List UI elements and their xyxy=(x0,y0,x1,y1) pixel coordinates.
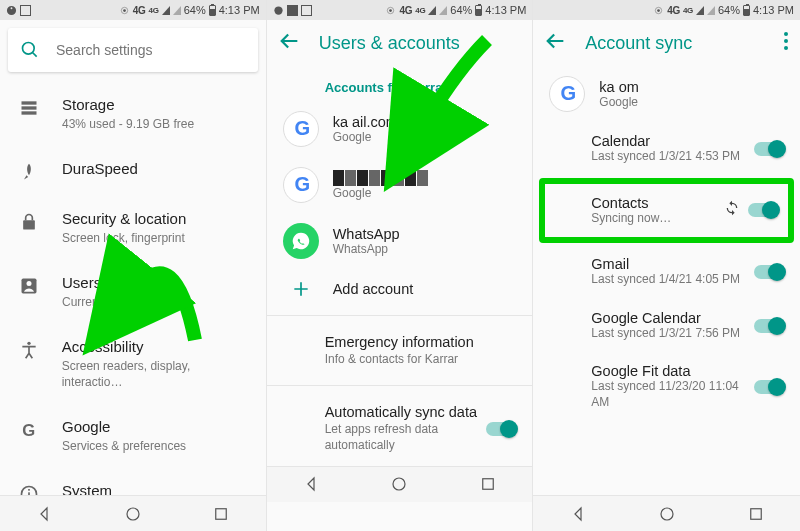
account-email: ka om xyxy=(599,79,639,95)
item-title: Automatically sync data xyxy=(325,404,479,420)
settings-item-accessibility[interactable]: AccessibilityScreen readers, display, in… xyxy=(0,324,266,404)
sync-toggle[interactable] xyxy=(754,265,784,279)
settings-item-users[interactable]: Users & accountsCurrent user: Karrar xyxy=(0,260,266,324)
item-sub: 43% used - 9.19 GB free xyxy=(62,116,194,132)
nav-bar xyxy=(533,495,800,531)
settings-item-system[interactable]: SystemLanguages, time, backup, updates xyxy=(0,468,266,495)
item-sub: Info & contacts for Karrar xyxy=(325,351,517,367)
sync-toggle[interactable] xyxy=(754,142,784,156)
battery-pct: 64% xyxy=(718,4,740,16)
sync-item-google-calendar[interactable]: Google CalendarLast synced 1/3/21 7:56 P… xyxy=(533,299,800,353)
item-title: Storage xyxy=(62,96,194,115)
item-sub: Current user: Karrar xyxy=(62,294,180,310)
sync-item-gmail[interactable]: GmailLast synced 1/4/21 4:05 PM xyxy=(533,245,800,299)
svg-rect-16 xyxy=(216,508,227,519)
svg-point-22 xyxy=(393,478,405,490)
settings-item-duraspeed[interactable]: DuraSpeed xyxy=(0,146,266,196)
settings-item-storage[interactable]: Storage43% used - 9.19 GB free xyxy=(0,82,266,146)
signal-icon xyxy=(428,6,436,15)
network-sup: 4G xyxy=(415,6,425,15)
hotspot-icon xyxy=(119,5,130,16)
status-bar: 4G 4G 64% 4:13 PM xyxy=(533,0,800,20)
battery-icon xyxy=(209,5,216,16)
auto-sync-row[interactable]: Automatically sync data Let apps refresh… xyxy=(267,392,533,465)
signal-icon-2 xyxy=(173,6,181,15)
accessibility-icon xyxy=(19,340,39,360)
nav-back-icon[interactable] xyxy=(569,505,587,523)
item-sub: Services & preferences xyxy=(62,438,186,454)
search-input[interactable] xyxy=(56,42,246,58)
back-button[interactable] xyxy=(545,30,567,56)
nav-back-icon[interactable] xyxy=(302,475,320,493)
account-sync-pane: 4G 4G 64% 4:13 PM Account sync G ka omGo… xyxy=(533,0,800,531)
account-provider: Google xyxy=(599,95,639,109)
emergency-info-row[interactable]: Emergency information Info & contacts fo… xyxy=(267,322,533,379)
signal-icon-2 xyxy=(707,6,715,15)
storage-icon xyxy=(19,98,39,118)
svg-text:G: G xyxy=(294,174,310,195)
svg-point-26 xyxy=(784,32,788,36)
account-row-google-2[interactable]: G Google xyxy=(267,157,533,213)
auto-sync-toggle[interactable] xyxy=(486,422,516,436)
sync-toggle[interactable] xyxy=(748,203,778,217)
settings-item-security[interactable]: Security & locationScreen lock, fingerpr… xyxy=(0,196,266,260)
battery-icon xyxy=(743,5,750,16)
svg-point-2 xyxy=(23,43,35,55)
status-bar: 4G 4G 64% 4:13 PM xyxy=(0,0,266,20)
nav-recent-icon[interactable] xyxy=(212,505,230,523)
nav-home-icon[interactable] xyxy=(124,505,142,523)
google-g-icon: G xyxy=(19,420,39,440)
nav-recent-icon[interactable] xyxy=(479,475,497,493)
info-icon xyxy=(19,484,39,495)
item-title: Accessibility xyxy=(62,338,252,357)
account-provider: WhatsApp xyxy=(333,242,400,256)
svg-rect-31 xyxy=(750,508,761,519)
notif-icon xyxy=(287,5,298,16)
svg-text:G: G xyxy=(22,421,35,440)
page-title: Account sync xyxy=(585,33,766,54)
network-sup: 4G xyxy=(683,6,693,15)
notif-icon-2 xyxy=(301,5,312,16)
nav-back-icon[interactable] xyxy=(35,505,53,523)
nav-home-icon[interactable] xyxy=(658,505,676,523)
clock: 4:13 PM xyxy=(753,4,794,16)
rocket-icon xyxy=(19,162,39,182)
app-bar: Users & accounts xyxy=(267,20,533,66)
sync-account-header: G ka omGoogle xyxy=(533,66,800,122)
back-button[interactable] xyxy=(279,30,301,56)
users-accounts-pane: 4G 4G 64% 4:13 PM Users & accounts Accou… xyxy=(267,0,534,531)
item-sub: Screen readers, display, interactio… xyxy=(62,358,252,390)
sync-item-calendar[interactable]: CalendarLast synced 1/3/21 4:53 PM xyxy=(533,122,800,176)
app-icon xyxy=(6,5,17,16)
settings-item-google[interactable]: G GoogleServices & preferences xyxy=(0,404,266,468)
svg-point-27 xyxy=(784,39,788,43)
sync-toggle[interactable] xyxy=(754,380,784,394)
nav-recent-icon[interactable] xyxy=(747,505,765,523)
google-avatar-icon: G xyxy=(283,111,319,147)
account-row-whatsapp[interactable]: WhatsAppWhatsApp xyxy=(267,213,533,269)
nav-bar xyxy=(267,466,533,502)
svg-rect-6 xyxy=(22,111,37,114)
sync-sub: Last synced 11/23/20 11:04 AM xyxy=(591,379,746,410)
svg-point-24 xyxy=(657,9,660,12)
sync-item-google-fit[interactable]: Google Fit dataLast synced 11/23/20 11:0… xyxy=(533,352,800,421)
account-row-google-1[interactable]: G ka ail.comGoogle xyxy=(267,101,533,157)
section-label: Accounts for Karrar xyxy=(267,66,533,101)
svg-text:G: G xyxy=(561,83,577,104)
nav-bar xyxy=(0,495,266,531)
app-icon xyxy=(273,5,284,16)
whatsapp-icon xyxy=(283,223,319,259)
divider xyxy=(267,385,533,386)
nav-home-icon[interactable] xyxy=(390,475,408,493)
overflow-menu-button[interactable] xyxy=(784,32,788,54)
item-sub: Let apps refresh data automatically xyxy=(325,421,479,453)
item-sub: Screen lock, fingerprint xyxy=(62,230,186,246)
add-account-row[interactable]: Add account xyxy=(267,269,533,309)
sync-sub: Last synced 1/3/21 7:56 PM xyxy=(591,326,746,342)
network-label: 4G xyxy=(399,5,412,16)
svg-point-17 xyxy=(274,6,282,14)
search-settings[interactable] xyxy=(8,28,258,72)
sync-item-contacts[interactable]: ContactsSyncing now… xyxy=(545,184,788,238)
sync-title: Contacts xyxy=(591,195,716,211)
sync-toggle[interactable] xyxy=(754,319,784,333)
